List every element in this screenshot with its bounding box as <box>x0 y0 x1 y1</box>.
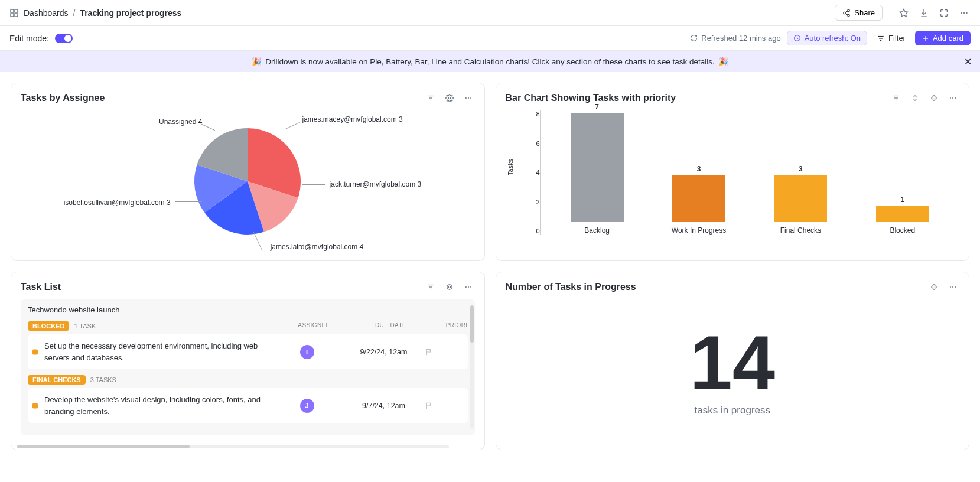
filter-icon <box>877 34 885 43</box>
card-filter-button[interactable] <box>424 92 437 105</box>
breadcrumb: Dashboards / Tracking project progress <box>9 8 181 18</box>
refresh-icon <box>690 34 698 42</box>
svg-point-29 <box>933 97 935 99</box>
card-more-button[interactable] <box>946 281 959 294</box>
autorefresh-button[interactable]: Auto refresh: On <box>787 31 867 45</box>
add-card-button[interactable]: Add card <box>915 31 971 45</box>
svg-point-12 <box>966 12 968 13</box>
priority-flag-icon[interactable] <box>425 402 461 410</box>
autorefresh-label: Auto refresh: On <box>805 34 861 43</box>
bar-value: 7 <box>595 103 599 111</box>
editmode-toggle[interactable] <box>55 34 73 43</box>
banner-close-button[interactable]: ✕ <box>964 56 972 67</box>
bar-chart[interactable]: Tasks 8 6 4 2 0 7 Backlog 3 Work In Prog… <box>506 110 960 252</box>
filter-button[interactable]: Filter <box>873 31 909 45</box>
svg-point-36 <box>448 286 451 288</box>
svg-line-8 <box>845 13 848 14</box>
task-row[interactable]: Set up the necessary development environ… <box>28 334 468 369</box>
card-tasks-by-assignee: Tasks by Assignee james.macey@mvfglobal.… <box>11 83 485 261</box>
svg-point-37 <box>465 286 466 288</box>
bar-value: 3 <box>799 165 803 173</box>
card-settings-button[interactable] <box>927 92 940 105</box>
svg-point-42 <box>952 286 953 288</box>
topbar-actions: Share <box>835 5 971 21</box>
svg-point-40 <box>933 286 935 288</box>
editmode-label: Edit mode: <box>9 34 49 43</box>
tasklist-body: Techwondo website launch BLOCKED 1 TASK … <box>21 299 475 435</box>
status-badge: FINAL CHECKS <box>28 375 86 385</box>
task-row[interactable]: Develop the website's visual design, inc… <box>28 388 468 423</box>
task-due: 9/22/24, 12am <box>343 348 425 356</box>
bar-xlabel: Backlog <box>584 226 610 235</box>
group-count: 1 TASK <box>74 323 96 330</box>
card-sort-button[interactable] <box>909 92 922 105</box>
card-title: Number of Tasks in Progress <box>506 282 636 292</box>
svg-point-23 <box>465 97 466 99</box>
svg-rect-3 <box>15 14 18 17</box>
share-icon <box>842 9 851 17</box>
group-header-blocked[interactable]: BLOCKED 1 TASK ASSIGNEE DUE DATE PRIORI <box>28 321 468 331</box>
card-more-button[interactable] <box>462 281 475 294</box>
star-button[interactable] <box>897 6 910 19</box>
scrollbar-vertical[interactable] <box>470 305 474 429</box>
y-tick: 4 <box>526 169 540 176</box>
expand-button[interactable] <box>937 6 950 19</box>
card-settings-button[interactable] <box>443 92 456 105</box>
col-assignee: ASSIGNEE <box>279 322 350 328</box>
svg-point-25 <box>470 97 471 99</box>
priority-flag-icon[interactable] <box>425 348 461 356</box>
pie-label: Unassigned 4 <box>159 118 202 126</box>
download-button[interactable] <box>917 6 930 19</box>
y-tick: 2 <box>526 198 540 206</box>
task-due: 9/7/24, 12am <box>343 402 425 410</box>
scrollbar-horizontal[interactable] <box>17 445 449 448</box>
svg-point-22 <box>448 97 451 99</box>
bar-backlog[interactable]: 7 <box>571 113 624 222</box>
status-square-icon <box>32 403 38 408</box>
card-filter-button[interactable] <box>424 281 437 294</box>
dashboard-icon <box>9 8 19 18</box>
editbar: Edit mode: Refreshed 12 mins ago Auto re… <box>0 26 980 51</box>
breadcrumb-current[interactable]: Tracking project progress <box>80 8 181 18</box>
plus-icon <box>922 35 929 42</box>
y-tick: 8 <box>526 110 540 118</box>
add-card-label: Add card <box>933 34 963 43</box>
bar-xlabel: Work In Progress <box>672 226 726 235</box>
card-settings-button[interactable] <box>443 281 456 294</box>
bar-xlabel: Final Checks <box>780 226 821 235</box>
svg-point-11 <box>963 12 965 13</box>
group-count: 3 TASKS <box>90 376 116 383</box>
card-filter-button[interactable] <box>890 92 903 105</box>
pie-label: jack.turner@mvfglobal.com 3 <box>330 180 422 188</box>
bar-final[interactable]: 3 <box>774 175 827 222</box>
share-button[interactable]: Share <box>835 5 883 21</box>
more-button[interactable] <box>958 6 971 19</box>
avatar[interactable]: J <box>300 399 314 413</box>
svg-line-7 <box>845 11 848 12</box>
refreshed-status[interactable]: Refreshed 12 mins ago <box>690 34 780 43</box>
pie-chart[interactable]: james.macey@mvfglobal.com 3 jack.turner@… <box>21 110 475 252</box>
topbar: Dashboards / Tracking project progress S… <box>0 0 980 26</box>
svg-rect-1 <box>15 9 18 12</box>
task-desc: Set up the necessary development environ… <box>44 340 272 363</box>
avatar[interactable]: I <box>300 345 314 359</box>
dashboard-grid: Tasks by Assignee james.macey@mvfglobal.… <box>0 72 980 461</box>
status-badge: BLOCKED <box>28 321 69 331</box>
y-tick: 0 <box>526 227 540 235</box>
svg-point-10 <box>961 12 962 13</box>
bar-blocked[interactable]: 1 <box>876 206 929 222</box>
bar-xlabel: Blocked <box>890 226 915 235</box>
bar-ylabel: Tasks <box>507 159 514 175</box>
project-name[interactable]: Techwondo website launch <box>28 305 468 314</box>
bar-wip[interactable]: 3 <box>672 175 725 222</box>
card-more-button[interactable] <box>462 92 475 105</box>
breadcrumb-root[interactable]: Dashboards <box>24 8 69 18</box>
svg-rect-2 <box>11 14 14 17</box>
card-title: Tasks by Assignee <box>21 93 105 103</box>
clock-icon <box>793 34 801 42</box>
card-settings-button[interactable] <box>927 281 940 294</box>
group-header-final[interactable]: FINAL CHECKS 3 TASKS <box>28 375 468 385</box>
card-more-button[interactable] <box>946 92 959 105</box>
card-title: Bar Chart Showing Tasks with priority <box>506 93 676 103</box>
info-banner: 🎉 Drilldown is now available on Pie, Bat… <box>0 51 980 72</box>
